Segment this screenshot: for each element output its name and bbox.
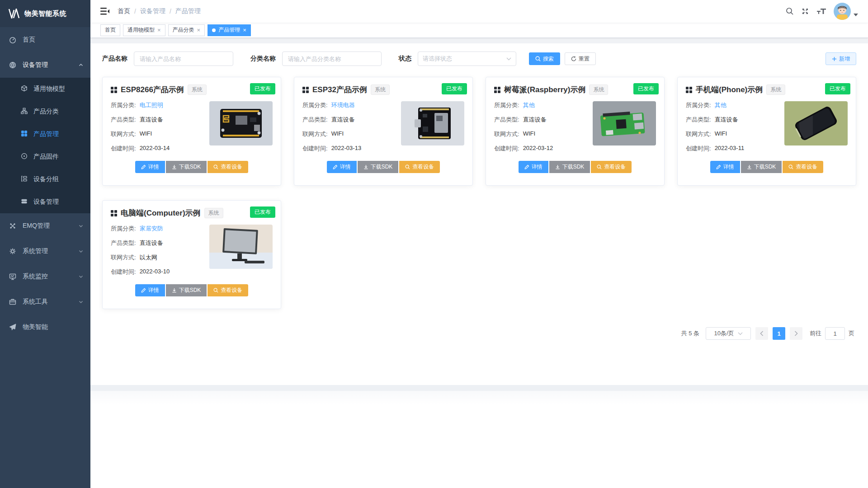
field-label: 创建时间: [686,145,711,153]
field-label: 所属分类: [494,101,519,109]
view-devices-button[interactable]: 查看设备 [208,161,248,173]
status-badge: 已发布 [250,206,275,218]
download-icon [172,288,177,293]
download-icon [555,164,560,169]
category-link[interactable]: 电工照明 [140,101,163,109]
product-card: ESP32产品示例 系统 已发布 所属分类: 环境电器 产品类型: 直连设备 联… [294,77,473,186]
view-devices-button[interactable]: 查看设备 [783,161,823,173]
detail-button[interactable]: 详情 [135,161,165,173]
content-gap [90,38,868,43]
sidebar-item-product-firmware[interactable]: 产品固件 [0,145,90,168]
field-label: 创建时间: [111,145,136,153]
goto-page-input[interactable] [825,327,845,340]
status-select[interactable]: 请选择状态 [418,52,516,66]
tab-home[interactable]: 首页 [100,24,120,36]
view-devices-button[interactable]: 查看设备 [208,284,248,296]
tab-product-management[interactable]: 产品管理 × [208,24,251,36]
sidebar-item-system-tools[interactable]: 系统工具 [0,289,90,314]
product-name-label: 产品名称 [102,55,127,63]
chevron-up-icon [79,63,83,67]
sidebar-item-device-management-sub[interactable]: 设备管理 [0,191,90,213]
close-icon[interactable]: × [197,27,201,33]
sidebar-item-product-management[interactable]: 产品管理 [0,123,90,145]
content-spacer [90,340,868,385]
download-sdk-button[interactable]: 下载SDK [166,161,207,173]
search-icon[interactable] [786,7,794,15]
sidebar-item-device-group[interactable]: 设备分组 [0,168,90,191]
next-page-button[interactable] [790,327,802,340]
tab-label: 产品管理 [218,26,240,34]
field-label: 产品类型: [302,116,328,124]
field-label: 联网方式: [494,130,519,138]
product-card-grid: ESP8266产品示例 系统 已发布 所属分类: 电工照明 产品类型: 直连设备… [90,73,868,309]
font-size-icon[interactable] [816,7,826,15]
download-sdk-button[interactable]: 下载SDK [166,284,207,296]
category-link[interactable]: 环境电器 [331,101,355,109]
monitor-icon [9,273,16,280]
sidebar-item-system-management[interactable]: 系统管理 [0,239,90,264]
field-label: 创建时间: [494,145,519,153]
category-link[interactable]: 家居安防 [140,225,163,233]
chevron-right-icon [794,331,798,336]
search-icon [788,164,793,169]
sidebar-item-label: 系统监控 [23,272,48,281]
status-badge: 已发布 [250,83,275,94]
tab-thing-model[interactable]: 通用物模型 × [123,24,165,36]
add-button[interactable]: 新增 [826,52,856,65]
sidebar-item-wumei[interactable]: 物美智能 [0,314,90,340]
user-menu[interactable] [834,3,858,20]
detail-button[interactable]: 详情 [327,161,357,173]
sidebar-item-product-category[interactable]: 产品分类 [0,100,90,123]
detail-button[interactable]: 详情 [710,161,740,173]
chevron-down-icon [738,332,743,335]
app-logo[interactable]: 物美智能系统 [0,0,90,27]
field-label: 所属分类: [302,101,328,109]
breadcrumb: 首页 / 设备管理 / 产品管理 [118,7,201,15]
product-name-input[interactable] [134,52,233,66]
status-label: 状态 [399,55,411,63]
close-icon[interactable]: × [157,27,161,33]
category-link[interactable]: 其他 [715,101,726,109]
refresh-icon [571,56,576,61]
navbar-actions [786,3,858,20]
field-value: WIFI [715,130,727,138]
download-sdk-button[interactable]: 下载SDK [741,161,782,173]
view-devices-button[interactable]: 查看设备 [591,161,632,173]
page-size-select[interactable]: 10条/页 [706,327,751,340]
download-sdk-button[interactable]: 下载SDK [549,161,590,173]
category-name-input[interactable] [282,52,382,66]
field-label: 所属分类: [111,225,136,233]
dashboard-icon [9,36,16,43]
reset-button[interactable]: 重置 [565,52,596,65]
sidebar-item-emq[interactable]: EMQ管理 [0,213,90,239]
sidebar-item-home[interactable]: 首页 [0,27,90,52]
breadcrumb-home[interactable]: 首页 [118,7,130,15]
field-value: 直连设备 [523,116,547,124]
tab-product-category[interactable]: 产品分类 × [168,24,205,36]
search-button[interactable]: 搜索 [529,52,560,65]
tab-label: 产品分类 [173,26,194,34]
sidebar-item-thing-model[interactable]: 通用物模型 [0,78,90,100]
prev-page-button[interactable] [755,327,768,340]
close-icon[interactable]: × [243,27,246,33]
chevron-down-icon [79,274,83,279]
download-sdk-button[interactable]: 下载SDK [358,161,399,173]
status-badge: 已发布 [442,83,467,94]
edit-icon [141,288,146,293]
pagination-total: 共 5 条 [681,329,699,338]
sidebar-item-device-management[interactable]: 设备管理 [0,52,90,78]
sidebar-item-system-monitor[interactable]: 系统监控 [0,264,90,289]
system-tag: 系统 [589,84,608,95]
fullscreen-icon[interactable] [801,7,809,15]
cube-icon [21,85,28,93]
category-link[interactable]: 其他 [523,101,535,109]
product-grid-icon [686,87,692,93]
sidebar-collapse-icon[interactable] [100,7,109,15]
field-value: 直连设备 [715,116,738,124]
tab-label: 首页 [105,26,116,34]
detail-button[interactable]: 详情 [519,161,548,173]
avatar [834,3,851,20]
current-page[interactable]: 1 [773,327,785,340]
detail-button[interactable]: 详情 [135,284,165,296]
view-devices-button[interactable]: 查看设备 [399,161,440,173]
